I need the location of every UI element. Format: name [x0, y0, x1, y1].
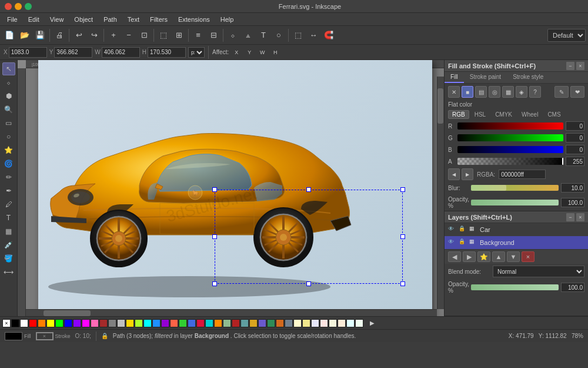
linear-grad-btn[interactable]: ▤	[475, 86, 487, 98]
panel-close-btn[interactable]: ×	[576, 62, 584, 70]
layer-move-up-btn[interactable]: ▶	[463, 251, 476, 262]
hscroll-thumb[interactable]	[44, 310, 91, 316]
swatch-38[interactable]	[346, 319, 355, 327]
tab-fill[interactable]: Fill	[445, 72, 464, 83]
layer-row-background[interactable]: 👁 🔒 ▦ Background	[445, 236, 588, 249]
swatch-34[interactable]	[311, 319, 319, 327]
print-button[interactable]: 🖨	[52, 28, 66, 42]
cm-tab-rgb[interactable]: RGB	[448, 110, 469, 119]
zoom-fit-button[interactable]: ⊡	[137, 28, 151, 42]
opacity-track[interactable]	[471, 200, 559, 205]
swatch-35[interactable]	[320, 319, 328, 327]
shape-button[interactable]: ○	[272, 28, 286, 42]
swatch-8[interactable]	[82, 319, 90, 327]
g-track[interactable]	[457, 134, 563, 141]
affect-y-btn[interactable]: Y	[244, 47, 255, 58]
calligraphy-tool[interactable]: 🖊	[2, 198, 15, 211]
canvas-hscrollbar[interactable]	[26, 309, 437, 316]
layer-row-car[interactable]: 👁 🔒 ▦ Car	[445, 223, 588, 236]
swatch-14[interactable]	[135, 319, 143, 327]
save-button[interactable]: 💾	[33, 28, 47, 42]
w-input[interactable]	[102, 47, 140, 58]
bg-visibility-icon[interactable]: 👁	[448, 238, 456, 247]
swatch-24[interactable]	[223, 319, 231, 327]
swatch-26[interactable]	[240, 319, 249, 327]
swatch-17[interactable]	[161, 319, 169, 327]
pencil-tool[interactable]: ✏	[2, 171, 15, 184]
swatch-13[interactable]	[126, 319, 134, 327]
swatch-6[interactable]	[64, 319, 72, 327]
zoom-tool[interactable]: 🔍	[2, 103, 15, 116]
cm-tab-cmyk[interactable]: CMYK	[491, 110, 516, 119]
canvas-background[interactable]: 🐎 3dStuido.net	[26, 68, 444, 316]
connector-tool[interactable]: ⟷	[2, 266, 15, 279]
swatch-5[interactable]	[55, 319, 64, 327]
swatch-37[interactable]	[338, 319, 346, 327]
swatch-36[interactable]	[329, 319, 337, 327]
handle-bl[interactable]	[212, 281, 217, 286]
palette-none[interactable]: ×	[2, 319, 11, 327]
layer-move-down-btn[interactable]: ◀	[448, 251, 461, 262]
canvas-vscrollbar[interactable]	[437, 77, 444, 309]
cm-tab-hsl[interactable]: HSL	[470, 110, 490, 119]
select-all-btn[interactable]: ⬚	[291, 28, 305, 42]
swatch-3[interactable]	[38, 319, 46, 327]
swatch-20[interactable]	[188, 319, 196, 327]
menu-extensions[interactable]: Extensions	[173, 15, 215, 24]
layer-add-btn[interactable]: ⭐	[477, 251, 490, 262]
pen-tool[interactable]: ✒	[2, 184, 15, 197]
layer-down-btn[interactable]: ▼	[507, 251, 520, 262]
a-value-input[interactable]	[566, 157, 584, 166]
flat-color-btn[interactable]: ■	[462, 86, 473, 98]
swatch-9[interactable]	[91, 319, 99, 327]
unit-select[interactable]: pxmmcmin	[188, 47, 205, 58]
bg-lock-icon[interactable]: 🔒	[459, 238, 467, 247]
menu-filters[interactable]: Filters	[145, 15, 172, 24]
swatch-10[interactable]	[99, 319, 108, 327]
swatch-15[interactable]	[143, 319, 152, 327]
swatch-31[interactable]	[285, 319, 293, 327]
g-value-input[interactable]	[566, 133, 584, 142]
unknown-btn[interactable]: ?	[529, 86, 541, 98]
menu-view[interactable]: View	[45, 15, 69, 24]
car-visibility-icon[interactable]: 👁	[448, 226, 456, 234]
handle-br[interactable]	[400, 281, 405, 286]
swatch-22[interactable]	[205, 319, 213, 327]
menu-help[interactable]: Help	[216, 15, 239, 24]
transform-btn[interactable]: ↔	[306, 28, 320, 42]
blur-track[interactable]	[471, 185, 559, 191]
swatch-1[interactable]	[20, 319, 28, 327]
swatch-12[interactable]	[117, 319, 125, 327]
layer-opacity-input[interactable]	[561, 283, 584, 292]
handle-tm[interactable]	[306, 187, 311, 192]
tweak-tool[interactable]: ⬢	[2, 89, 15, 102]
handle-ml[interactable]	[212, 234, 217, 239]
pick-btn[interactable]: ❤	[570, 86, 584, 98]
handle-mr[interactable]	[400, 234, 405, 239]
next-color-btn[interactable]: ▶	[462, 168, 473, 180]
tab-stroke-paint[interactable]: Stroke paint	[464, 72, 507, 83]
menu-path[interactable]: Path	[99, 15, 122, 24]
dropper-tool[interactable]: 💉	[2, 238, 15, 251]
r-value-input[interactable]	[566, 121, 584, 131]
text-tool-btn[interactable]: T	[256, 28, 270, 42]
swatch-0[interactable]	[11, 319, 19, 327]
open-button[interactable]: 📂	[18, 28, 32, 42]
blend-mode-select[interactable]: Normal Multiply Screen Overlay	[493, 266, 584, 277]
radial-grad-btn[interactable]: ◎	[489, 86, 500, 98]
layer-opacity-track[interactable]	[471, 284, 559, 290]
y-input[interactable]	[54, 47, 92, 58]
paint-tool[interactable]: 🪣	[2, 252, 15, 265]
select-tool[interactable]: ↖	[2, 62, 15, 75]
gradient-tool[interactable]: ▦	[2, 225, 15, 238]
handle-tl[interactable]	[212, 187, 217, 192]
minimize-button[interactable]	[15, 3, 22, 10]
affect-x-btn[interactable]: X	[231, 47, 242, 58]
swatch-30[interactable]	[276, 319, 284, 327]
cm-tab-wheel[interactable]: Wheel	[517, 110, 542, 119]
layer-up-btn[interactable]: ▲	[492, 251, 505, 262]
swatch-33[interactable]	[302, 319, 310, 327]
swatch-29[interactable]	[267, 319, 275, 327]
swatch-19[interactable]	[179, 319, 187, 327]
swatch-32[interactable]	[293, 319, 302, 327]
